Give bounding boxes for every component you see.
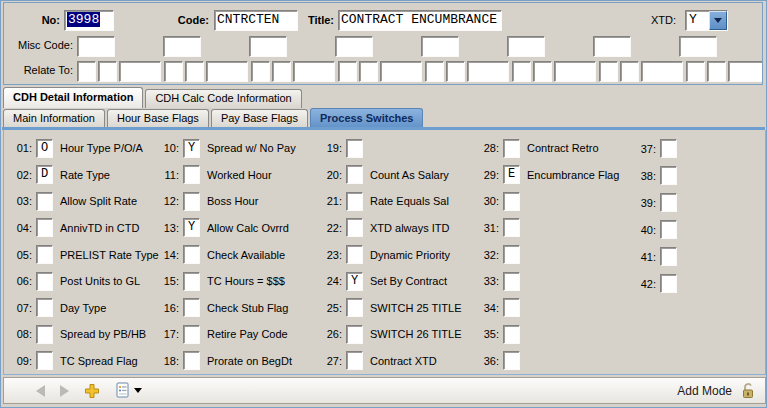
switch-value-field[interactable] (503, 192, 520, 211)
relate-to-field[interactable] (164, 61, 183, 82)
switch-value-field[interactable]: Y (183, 218, 200, 237)
misc-code-field[interactable] (679, 36, 717, 57)
relate-to-field[interactable] (380, 61, 422, 82)
relate-to-field[interactable] (206, 61, 248, 82)
relate-to-field[interactable] (620, 61, 639, 82)
no-field[interactable]: 3998 (64, 10, 114, 31)
relate-to-field[interactable] (272, 61, 291, 82)
switch-value-field[interactable] (36, 218, 53, 237)
mode-status-label: Add Mode (677, 384, 732, 398)
title-field[interactable]: CONTRACT ENCUMBRANCE (338, 10, 502, 31)
switch-row: 33: (478, 268, 635, 295)
switch-value-field[interactable] (346, 139, 363, 158)
misc-code-field[interactable] (335, 36, 373, 57)
relate-to-field[interactable] (338, 61, 357, 82)
misc-code-field[interactable] (593, 36, 631, 57)
switch-value-field[interactable] (503, 245, 520, 264)
switch-value-field[interactable] (346, 192, 363, 211)
switch-value-field[interactable] (346, 245, 363, 264)
relate-to-field[interactable] (599, 61, 618, 82)
subtab-hour-base-flags[interactable]: Hour Base Flags (107, 109, 209, 128)
misc-code-field[interactable] (507, 36, 545, 57)
xtd-dropdown[interactable]: Y (685, 10, 728, 31)
relate-to-field[interactable] (641, 61, 683, 82)
relate-to-field[interactable] (119, 61, 161, 82)
add-record-button[interactable] (84, 383, 100, 399)
switch-value-field[interactable] (183, 325, 200, 344)
switch-value-field[interactable] (346, 325, 363, 344)
relate-to-field[interactable] (707, 61, 726, 82)
relate-to-field[interactable] (686, 61, 705, 82)
application-window: No: 3998 Code: CNTRCTEN Title: CONTRACT … (0, 0, 767, 408)
relate-to-field[interactable] (251, 61, 270, 82)
switch-value-field[interactable]: D (36, 165, 53, 184)
switch-value-field[interactable] (36, 192, 53, 211)
relate-to-field[interactable] (728, 61, 763, 82)
switch-value-field[interactable] (36, 272, 53, 291)
switch-value-field[interactable]: E (503, 165, 520, 184)
subtab-main-information[interactable]: Main Information (3, 109, 105, 128)
relate-to-field[interactable] (512, 61, 531, 82)
switch-value-field[interactable] (503, 272, 520, 291)
next-record-button[interactable] (60, 385, 69, 397)
xtd-dropdown-button[interactable] (709, 11, 727, 30)
relate-to-field[interactable] (359, 61, 378, 82)
misc-code-field[interactable] (421, 36, 459, 57)
relate-to-field[interactable] (467, 61, 509, 82)
relate-to-field[interactable] (293, 61, 335, 82)
misc-code-field[interactable] (77, 36, 115, 57)
switch-value-field[interactable] (503, 298, 520, 317)
switch-value-field[interactable]: Y (346, 272, 363, 291)
switch-value-field[interactable] (660, 220, 677, 239)
switch-row: 13:YAllow Calc Ovrrd (158, 215, 321, 242)
relate-to-field[interactable] (98, 61, 117, 82)
relate-to-field[interactable] (533, 61, 552, 82)
relate-to-field[interactable] (446, 61, 465, 82)
relate-to-field[interactable] (77, 61, 96, 82)
switch-value-field[interactable] (183, 192, 200, 211)
tab-cdh-detail-information[interactable]: CDH Detail Information (3, 87, 143, 108)
subtab-process-switches[interactable]: Process Switches (310, 108, 424, 128)
open-padlock-icon[interactable] (741, 382, 755, 399)
no-value: 3998 (67, 12, 100, 27)
misc-code-field[interactable] (163, 36, 201, 57)
switch-value-field[interactable] (36, 351, 53, 370)
switch-value-field[interactable] (183, 165, 200, 184)
switch-label: Check Available (207, 249, 285, 261)
relate-to-field[interactable] (425, 61, 444, 82)
switch-value-field[interactable] (346, 165, 363, 184)
switch-value-field[interactable] (36, 245, 53, 264)
previous-record-button[interactable] (36, 385, 45, 397)
switch-value-field[interactable] (503, 325, 520, 344)
switch-number: 22: (321, 222, 342, 234)
switch-value-field[interactable] (183, 245, 200, 264)
switch-value-field[interactable] (660, 139, 677, 158)
switch-value-field[interactable] (36, 298, 53, 317)
switch-value-field[interactable] (660, 166, 677, 185)
switch-value-field[interactable] (183, 351, 200, 370)
relate-to-field[interactable] (185, 61, 204, 82)
switch-value-field[interactable] (36, 325, 53, 344)
switch-value-field[interactable] (660, 247, 677, 266)
misc-code-field[interactable] (249, 36, 287, 57)
switch-value-field[interactable]: O (36, 139, 53, 158)
view-options-button[interactable] (115, 382, 142, 399)
switch-value-field[interactable] (183, 298, 200, 317)
relate-to-field[interactable] (554, 61, 596, 82)
switch-value-field[interactable] (503, 139, 520, 158)
switch-value-field[interactable] (183, 272, 200, 291)
switch-value-field[interactable] (660, 274, 677, 293)
tab-cdh-calc-code-information[interactable]: CDH Calc Code Information (145, 89, 301, 108)
switch-value-field[interactable] (346, 298, 363, 317)
switch-label: Contract Retro (527, 142, 599, 154)
switch-row: 02:DRate Type (11, 162, 158, 189)
switch-value-field[interactable] (503, 218, 520, 237)
switch-value-field[interactable] (660, 193, 677, 212)
subtab-pay-base-flags[interactable]: Pay Base Flags (211, 109, 308, 128)
switch-value-field[interactable] (346, 351, 363, 370)
switch-value-field[interactable] (346, 218, 363, 237)
code-field[interactable]: CNTRCTEN (214, 10, 298, 31)
switch-value-field[interactable] (503, 351, 520, 370)
switch-row: 18:Prorate on BegDt (158, 348, 321, 375)
switch-value-field[interactable]: Y (183, 139, 200, 158)
